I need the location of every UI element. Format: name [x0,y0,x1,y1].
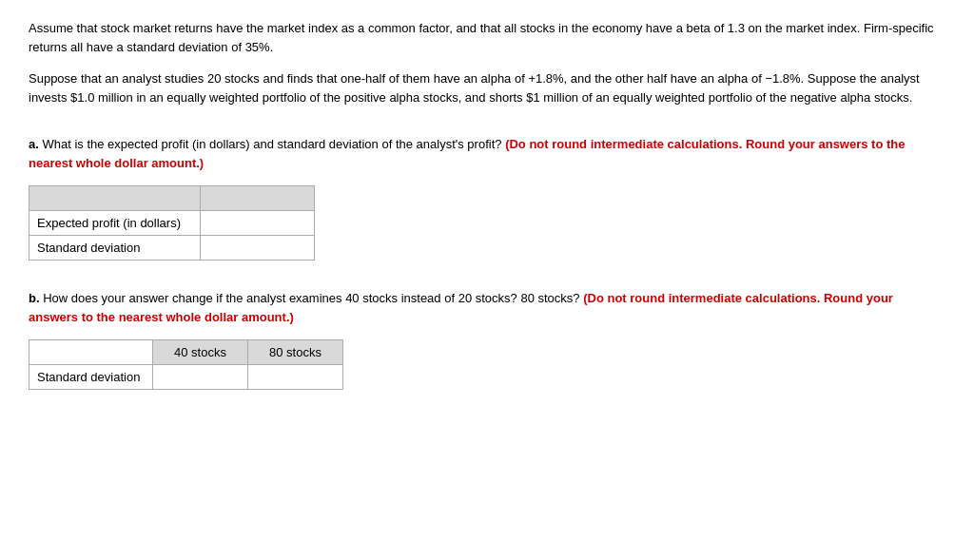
table-b-header-row: 40 stocks 80 stocks [29,340,343,365]
question-a-label: a. [29,137,39,151]
question-b-body: How does your answer change if the analy… [29,291,893,324]
table-row: Expected profit (in dollars) [29,211,315,236]
table-row: Standard deviation [29,236,315,261]
table-a-corner [29,186,201,211]
standard-deviation-80-input[interactable] [248,365,342,389]
table-a-row1-label: Expected profit (in dollars) [29,211,201,236]
table-b-row1-label: Standard deviation [29,365,153,390]
question-b-label: b. [29,291,40,305]
standard-deviation-40-input[interactable] [153,365,247,389]
table-a-header [201,186,315,211]
table-b-col2-header: 80 stocks [248,340,343,365]
question-a-text: a. What is the expected profit (in dolla… [29,135,945,172]
intro-paragraph2: Suppose that an analyst studies 20 stock… [29,69,945,106]
intro-paragraph1: Assume that stock market returns have th… [29,19,945,56]
table-a: Expected profit (in dollars) Standard de… [29,185,315,261]
table-row: Standard deviation [29,365,343,390]
question-b-text: b. How does your answer change if the an… [29,289,945,326]
table-a-row1-input-cell [201,211,315,236]
standard-deviation-a-input[interactable] [201,236,314,260]
table-a-row2-label: Standard deviation [29,236,201,261]
table-b: 40 stocks 80 stocks Standard deviation [29,339,343,390]
question-a-body: What is the expected profit (in dollars)… [29,137,906,170]
table-b-row1-col2-cell [248,365,343,390]
table-b-col1-header: 40 stocks [153,340,248,365]
table-b-corner [29,340,153,365]
expected-profit-input[interactable] [201,211,314,235]
table-a-row2-input-cell [201,236,315,261]
table-b-row1-col1-cell [153,365,248,390]
